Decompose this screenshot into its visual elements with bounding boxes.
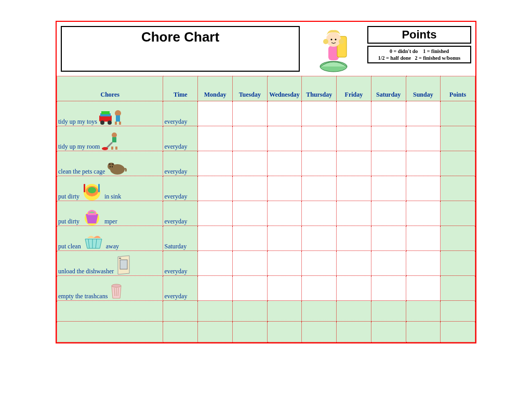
col-wednesday: Wednesday: [267, 76, 302, 101]
svg-point-4: [323, 39, 328, 44]
day-cell[interactable]: [198, 151, 233, 176]
blank-cell: [57, 301, 163, 322]
day-cell[interactable]: [406, 151, 441, 176]
day-cell[interactable]: [371, 176, 406, 201]
chore-cell: put cleanaway: [57, 226, 163, 251]
day-cell[interactable]: [406, 251, 441, 276]
points-cell[interactable]: [441, 101, 475, 126]
day-cell[interactable]: [302, 151, 337, 176]
day-cell[interactable]: [267, 126, 302, 151]
day-cell[interactable]: [267, 226, 302, 251]
day-cell[interactable]: [302, 176, 337, 201]
svg-point-25: [112, 163, 114, 165]
day-cell[interactable]: [302, 126, 337, 151]
svg-point-26: [110, 166, 111, 167]
day-cell[interactable]: [198, 126, 233, 151]
day-cell[interactable]: [337, 126, 371, 151]
day-cell[interactable]: [232, 101, 267, 126]
dishwasher-icon: [115, 255, 132, 275]
day-cell[interactable]: [232, 226, 267, 251]
chore-cell: put dirtymper: [57, 201, 163, 226]
svg-point-7: [335, 39, 337, 41]
day-cell[interactable]: [337, 226, 371, 251]
chore-cell: tidy up my toys: [57, 101, 163, 126]
points-cell[interactable]: [441, 251, 475, 276]
day-cell[interactable]: [198, 251, 233, 276]
points-cell[interactable]: [441, 226, 475, 251]
svg-rect-32: [98, 184, 100, 192]
day-cell[interactable]: [232, 151, 267, 176]
points-cell[interactable]: [441, 151, 475, 176]
day-cell[interactable]: [337, 176, 371, 201]
day-cell[interactable]: [267, 276, 302, 301]
svg-point-27: [112, 166, 113, 167]
day-cell[interactable]: [337, 101, 371, 126]
day-cell[interactable]: [406, 226, 441, 251]
day-cell[interactable]: [406, 176, 441, 201]
col-chores: Chores: [57, 76, 163, 101]
day-cell[interactable]: [267, 101, 302, 126]
day-cell[interactable]: [302, 101, 337, 126]
points-cell[interactable]: [441, 176, 475, 201]
day-cell[interactable]: [232, 201, 267, 226]
title-text: Chore Chart: [141, 29, 219, 45]
day-cell[interactable]: [406, 276, 441, 301]
legend-line-2: 1/2 = half done 2 = finished w/bonus: [370, 55, 468, 61]
day-cell[interactable]: [406, 126, 441, 151]
day-cell[interactable]: [267, 201, 302, 226]
day-cell[interactable]: [371, 101, 406, 126]
svg-rect-37: [120, 260, 127, 269]
day-cell[interactable]: [371, 226, 406, 251]
day-cell[interactable]: [371, 126, 406, 151]
day-cell[interactable]: [232, 276, 267, 301]
day-cell[interactable]: [337, 201, 371, 226]
day-cell[interactable]: [302, 201, 337, 226]
day-cell[interactable]: [198, 101, 233, 126]
day-cell[interactable]: [232, 176, 267, 201]
table-row: unload the dishwashereveryday: [57, 251, 475, 276]
day-cell[interactable]: [198, 276, 233, 301]
dishes-icon: [81, 181, 103, 201]
day-cell[interactable]: [406, 101, 441, 126]
pet-icon: [106, 158, 127, 176]
day-cell[interactable]: [302, 251, 337, 276]
day-cell[interactable]: [371, 276, 406, 301]
time-cell: everyday: [163, 276, 198, 301]
points-cell[interactable]: [441, 126, 475, 151]
col-time: Time: [163, 76, 198, 101]
table-row: tidy up my toyseveryday: [57, 101, 475, 126]
day-cell[interactable]: [232, 251, 267, 276]
day-cell[interactable]: [267, 251, 302, 276]
day-cell[interactable]: [337, 151, 371, 176]
trashcan-icon: [109, 281, 124, 300]
day-cell[interactable]: [267, 151, 302, 176]
day-cell[interactable]: [198, 201, 233, 226]
svg-point-39: [112, 284, 121, 287]
blank-cell: [267, 322, 302, 342]
day-cell[interactable]: [267, 176, 302, 201]
day-cell[interactable]: [406, 201, 441, 226]
chore-text-pre: empty the trashcans: [58, 293, 108, 300]
day-cell[interactable]: [337, 276, 371, 301]
points-cell[interactable]: [441, 201, 475, 226]
points-cell[interactable]: [441, 276, 475, 301]
chore-text-pre: put dirty: [58, 218, 79, 226]
legend-line-1: 0 = didn't do 1 = finished: [370, 48, 468, 55]
day-cell[interactable]: [232, 126, 267, 151]
table-row: put dirtyin sinkeveryday: [57, 176, 475, 201]
table-row: put cleanawaySaturday: [57, 226, 475, 251]
vacuum-icon: [101, 131, 125, 151]
svg-point-3: [326, 32, 341, 47]
day-cell[interactable]: [371, 201, 406, 226]
day-cell[interactable]: [337, 251, 371, 276]
blank-cell: [441, 301, 475, 322]
day-cell[interactable]: [371, 151, 406, 176]
blank-cell: [406, 322, 441, 342]
day-cell[interactable]: [302, 276, 337, 301]
day-cell[interactable]: [371, 251, 406, 276]
time-cell: everyday: [163, 251, 198, 276]
chore-text-pre: unload the dishwasher: [58, 268, 114, 275]
day-cell[interactable]: [302, 226, 337, 251]
day-cell[interactable]: [198, 176, 233, 201]
day-cell[interactable]: [198, 226, 233, 251]
